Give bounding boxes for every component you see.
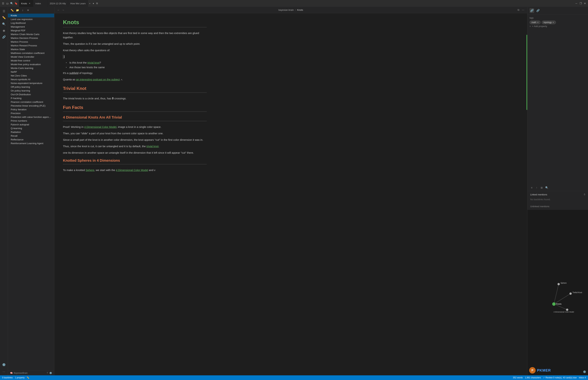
tag-math[interactable]: math ✕ bbox=[530, 20, 541, 24]
file-item-on-policy[interactable]: On policy learning bbox=[8, 89, 54, 93]
tab-index[interactable]: index bbox=[33, 0, 48, 7]
folder-icon[interactable]: 🗂 bbox=[6, 2, 9, 5]
4dim-color-model-link-1[interactable]: 4 Dimensional Color Model bbox=[84, 125, 116, 128]
4dim-color-model-link-2[interactable]: 4 Dimensional Color Model bbox=[116, 169, 148, 171]
file-item-management[interactable]: Management bbox=[8, 25, 54, 29]
add-property-button[interactable]: + + Add property bbox=[530, 24, 586, 28]
sphere-link[interactable]: Sphere bbox=[86, 169, 94, 171]
file-item-rl-agent[interactable]: Reinforcement Learning Agent bbox=[8, 141, 54, 145]
close-button[interactable]: ✕ bbox=[583, 2, 587, 5]
add-tab-button[interactable]: + bbox=[88, 2, 92, 5]
sidebar-icon-graph[interactable]: ◉ bbox=[1, 28, 7, 33]
tag-math-close[interactable]: ✕ bbox=[537, 21, 539, 24]
tag-topology-close[interactable]: ✕ bbox=[553, 21, 554, 24]
file-item-nerf[interactable]: NeRF bbox=[8, 70, 54, 74]
status-edit-icon[interactable]: ✏️ bbox=[27, 376, 29, 379]
doc-knot-sphere-text: To make a knotted Sphere, we start with … bbox=[63, 168, 207, 172]
file-item-land-use[interactable]: Land use regression bbox=[8, 17, 54, 21]
doc-scroll-area[interactable]: Knots Knot theory studies long flat lace… bbox=[54, 13, 526, 375]
file-item-marginal-pdf[interactable]: Marginal PDF bbox=[8, 29, 54, 32]
rp-search-icon[interactable]: 🔍 bbox=[545, 186, 549, 190]
file-item-q-learning[interactable]: Q-learning bbox=[8, 126, 54, 130]
status-review[interactable]: ✓ Review 0 note(s), 43 card(s) due bbox=[543, 376, 577, 379]
rp-sort-icon[interactable]: ↑ bbox=[535, 186, 539, 190]
tab-knots[interactable]: Knots ✕ bbox=[19, 0, 33, 7]
file-item-log-likelihood[interactable]: Log-likelihood bbox=[8, 21, 54, 25]
tab-knots-close[interactable]: ✕ bbox=[28, 2, 31, 5]
file-item-mdp[interactable]: Markov Decision Process bbox=[8, 36, 54, 40]
file-item-piecewise[interactable]: Piecewise linear encoding (PLE) bbox=[8, 104, 54, 108]
file-item-reflectance[interactable]: Reflectance bbox=[8, 138, 54, 141]
file-item-net-zero[interactable]: Net Zero Cities bbox=[8, 74, 54, 77]
graph-node-sphere[interactable] bbox=[557, 283, 560, 285]
file-item-recall[interactable]: Recall bbox=[8, 134, 54, 138]
restore-button[interactable]: ❐ bbox=[579, 2, 582, 5]
breadcrumb-forward-button[interactable]: → bbox=[61, 8, 65, 12]
rp-grid-icon[interactable]: ⊞ bbox=[539, 186, 544, 190]
right-panel-tab-properties[interactable]: 🔗 bbox=[530, 8, 534, 13]
file-item-model-free-policy[interactable]: Model-free policy evaluation bbox=[8, 62, 54, 66]
file-item-mvc[interactable]: Model View Controller bbox=[8, 55, 54, 59]
status-backlinks[interactable]: 0 backlinks bbox=[2, 376, 13, 379]
file-item-mcc[interactable]: Matthews correlation coefficient bbox=[8, 51, 54, 55]
quanta-podcast-link[interactable]: an interesting podcast on the subject bbox=[76, 78, 120, 81]
status-chars[interactable]: 1,991 characters bbox=[525, 376, 541, 379]
menu-icon[interactable]: ☰ bbox=[1, 2, 5, 5]
file-item-radiation[interactable]: Radiation bbox=[8, 130, 54, 134]
graph-node-trefoil[interactable] bbox=[570, 292, 572, 295]
unlinked-mentions-label[interactable]: Unlinked mentions bbox=[530, 205, 585, 208]
file-item-mrp[interactable]: Markov Reward Process bbox=[8, 44, 54, 47]
sidebar-icon-edit[interactable]: ✏️ bbox=[1, 15, 7, 20]
breadcrumb-vault-link[interactable]: bayesian-brain bbox=[278, 9, 294, 11]
file-item-pytorch-autograd[interactable]: Pytorch autograd bbox=[8, 123, 54, 126]
file-item-knots[interactable]: Knots bbox=[8, 14, 54, 17]
split-view-button[interactable]: ⧉ bbox=[517, 8, 520, 12]
new-folder-button[interactable]: 📁 bbox=[15, 8, 19, 12]
collapse-button[interactable]: ✕ bbox=[26, 8, 30, 12]
file-item-markov-process[interactable]: Markov Process bbox=[8, 40, 54, 44]
trivial-knot-link-2[interactable]: trivial knot bbox=[146, 145, 159, 148]
right-panel-tab-backlinks[interactable]: 🔗 bbox=[536, 8, 540, 13]
breadcrumb-back-button[interactable]: ← bbox=[56, 8, 60, 12]
file-item-ood[interactable]: Out-Of-Distribution bbox=[8, 93, 54, 96]
sidebar-icon-settings[interactable]: ⚙️ bbox=[1, 362, 7, 367]
help-button[interactable]: ? bbox=[47, 372, 48, 374]
file-item-off-policy[interactable]: Off policy learning bbox=[8, 85, 54, 89]
graph-node-4dim[interactable] bbox=[566, 308, 568, 311]
file-item-noise-equivalent[interactable]: Noise-equivalent temperature bbox=[8, 81, 54, 85]
file-item-mcmc[interactable]: Markov Chain Monte Carlo bbox=[8, 32, 54, 36]
sort-button[interactable]: ↕ bbox=[21, 8, 25, 12]
tag-topology[interactable]: topology ✕ bbox=[542, 20, 556, 24]
trivial-knot-link-1[interactable]: trivial knot bbox=[87, 61, 100, 64]
file-item-neuro-symbolic[interactable]: Neuro-symbolic AI bbox=[8, 77, 54, 81]
file-item-p-hacking[interactable]: P-hacking bbox=[8, 96, 54, 100]
bookmark-icon[interactable]: 🔖 bbox=[14, 2, 17, 5]
file-item-precision[interactable]: Precision bbox=[8, 111, 54, 115]
file-item-markov-state[interactable]: Markov State bbox=[8, 47, 54, 51]
graph-node-knots[interactable] bbox=[552, 302, 556, 306]
rp-list-icon[interactable]: ≡ bbox=[530, 186, 534, 190]
file-item-prediction-vfa[interactable]: Prediction with value function approxima… bbox=[8, 115, 54, 119]
more-options-button[interactable]: ⋯ bbox=[521, 8, 525, 12]
sidebar-icon-more[interactable]: … bbox=[1, 368, 7, 374]
minimize-button[interactable]: ─ bbox=[575, 2, 578, 5]
file-item-monte-carlo[interactable]: Monte-Carlo learning bbox=[8, 66, 54, 70]
status-inbox[interactable]: Inbox 4 bbox=[579, 376, 586, 379]
new-note-button[interactable]: ✏️ bbox=[10, 8, 14, 12]
file-item-model-free-control[interactable]: Model-free control bbox=[8, 59, 54, 62]
tab-dropdown-button[interactable]: ▾ bbox=[92, 2, 95, 5]
sidebar-icon-menu[interactable]: ☰ bbox=[1, 8, 7, 14]
file-item-pearson[interactable]: Pearson correlation coefficient bbox=[8, 100, 54, 104]
file-item-prime-numbers[interactable]: Prime numbers bbox=[8, 119, 54, 123]
tab-how[interactable]: How We Learn bbox=[68, 0, 88, 7]
sidebar-icon-links[interactable]: 🔗 bbox=[1, 34, 7, 40]
search-icon[interactable]: 🔍 bbox=[10, 2, 13, 5]
split-view-button[interactable]: ⧉ bbox=[95, 2, 99, 5]
tab-date[interactable]: 2024-12-26 Ally bbox=[48, 0, 68, 7]
status-words[interactable]: 352 words bbox=[513, 376, 523, 379]
status-property[interactable]: 1 property bbox=[15, 376, 24, 379]
graph-settings-button[interactable]: ⚙️ bbox=[582, 370, 587, 374]
sidebar-icon-search[interactable]: 🔍 bbox=[1, 21, 7, 27]
settings-button[interactable]: ⚙️ bbox=[49, 372, 52, 374]
file-item-policy-iteration[interactable]: Policy Iteration bbox=[8, 108, 54, 111]
